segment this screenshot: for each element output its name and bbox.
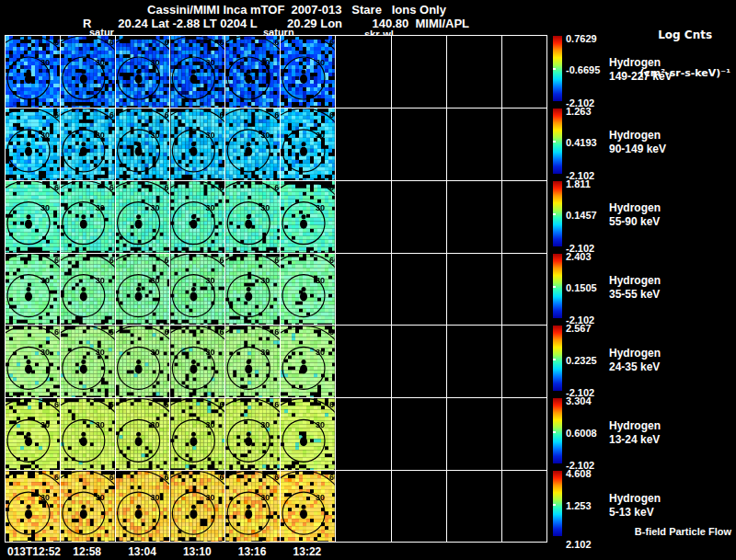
log-counts-label: Log Cnts xyxy=(639,29,730,41)
energy-range-label: 149-227 keV xyxy=(609,70,673,84)
energy-range-label: 90-149 keV xyxy=(609,143,666,156)
colorbar-units-header: Log Cnts (cm²-sr-s-keV)⁻¹ xyxy=(639,3,730,106)
energy-band-label: Hydrogen24-35 keV xyxy=(609,347,661,374)
energy-range-label: 24-35 keV xyxy=(609,360,661,374)
time-tick-label: 13:10 xyxy=(183,545,212,558)
species-label: Hydrogen xyxy=(609,274,661,288)
colorbar-mid-tick xyxy=(553,213,556,215)
energy-band-label: Hydrogen35-55 keV xyxy=(609,274,661,302)
species-label: Hydrogen xyxy=(609,201,661,215)
time-tick-label: 013T12:52 xyxy=(7,545,61,558)
time-tick-label: 12:58 xyxy=(73,545,101,558)
colorbar-max-label: 0.7629 xyxy=(566,33,597,44)
mimi-inca-display: Cassini/MIMI Inca mTOF 2007-013 Stare Io… xyxy=(0,0,736,560)
colorbar-mid-label: 0.1457 xyxy=(566,210,597,221)
colorbar-max-label: 1.263 xyxy=(566,106,592,117)
colorbar-mid-label: 0.4193 xyxy=(566,137,597,148)
energy-range-label: 35-55 keV xyxy=(609,288,661,302)
energy-band-label: Hydrogen13-24 keV xyxy=(609,419,661,447)
energy-band-label: Hydrogen90-149 keV xyxy=(609,129,666,156)
energy-range-label: 55-90 keV xyxy=(609,215,661,229)
species-label: Hydrogen xyxy=(609,129,666,143)
colorbar-mid-label: 0.2325 xyxy=(566,355,597,366)
page-title: Cassini/MIMI Inca mTOF 2007-013 Stare Io… xyxy=(0,3,593,17)
colorbar-max-label: 2.567 xyxy=(566,323,592,334)
colorbar-mid-tick xyxy=(553,431,556,433)
energy-range-label: 5-13 keV xyxy=(609,506,661,520)
time-tick-label: 13:04 xyxy=(128,545,156,558)
colorbar xyxy=(553,181,562,246)
colorbar-mid-tick xyxy=(553,286,556,288)
colorbar-max-label: 2.403 xyxy=(566,251,592,262)
colorbar xyxy=(553,36,562,101)
energy-band-label: Hydrogen149-227 keV xyxy=(609,56,673,84)
sky-map-grid-canvas xyxy=(5,35,547,543)
colorbar xyxy=(553,109,562,174)
colorbar-mid-tick xyxy=(553,141,556,143)
colorbar-mid-label: 1.253 xyxy=(566,500,592,511)
time-tick-label: 13:22 xyxy=(293,545,322,558)
colorbar-mid-label: 0.6008 xyxy=(566,428,597,439)
colorbar xyxy=(553,398,562,463)
colorbar xyxy=(553,326,562,391)
species-label: Hydrogen xyxy=(609,56,673,70)
colorbar-max-label: 1.811 xyxy=(566,178,591,189)
colorbar-max-label: 3.304 xyxy=(566,395,592,406)
colorbar xyxy=(553,471,562,536)
species-label: Hydrogen xyxy=(609,347,661,360)
colorbar-mid-tick xyxy=(553,359,556,360)
colorbar-min-label: 2.102 xyxy=(566,539,592,550)
time-tick-label: 13:16 xyxy=(238,545,267,558)
species-label: Hydrogen xyxy=(609,492,661,506)
colorbar-mid-tick xyxy=(553,68,556,70)
energy-band-label: Hydrogen55-90 keV xyxy=(609,201,661,229)
energy-range-label: 13-24 keV xyxy=(609,433,661,447)
colorbar-mid-label: 0.1505 xyxy=(566,282,597,293)
colorbar xyxy=(553,254,562,319)
bfield-particle-flow-label: B-field Particle Flow xyxy=(635,526,731,537)
colorbar-max-label: 4.608 xyxy=(566,468,592,479)
energy-band-label: Hydrogen5-13 keV xyxy=(609,492,661,520)
colorbar-mid-label: -0.6695 xyxy=(566,64,600,75)
species-label: Hydrogen xyxy=(609,419,661,433)
colorbar-mid-tick xyxy=(553,504,556,506)
